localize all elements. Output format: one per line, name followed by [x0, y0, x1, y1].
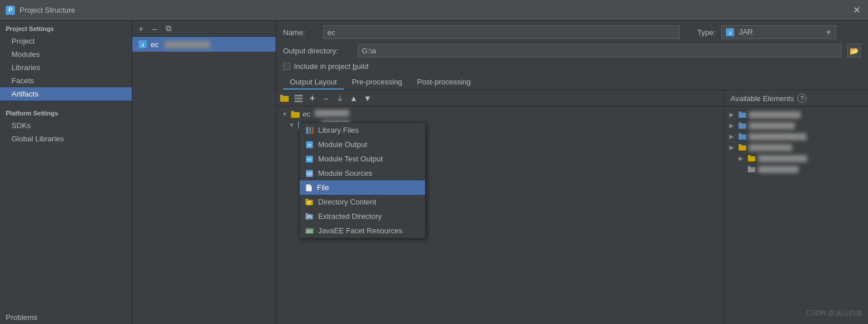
tree-up-btn[interactable]: ▲	[347, 92, 360, 105]
tab-output-layout[interactable]: Output Layout	[283, 75, 344, 90]
avail-item-6[interactable]: ▶	[725, 164, 868, 175]
artifact-name-blurred	[165, 41, 211, 48]
avail-item-1[interactable]: ▶	[725, 109, 868, 120]
svg-rect-42	[748, 156, 755, 161]
svg-rect-36	[739, 124, 746, 129]
svg-rect-10	[291, 112, 300, 118]
dropdown-item-module-sources[interactable]: MS Module Sources	[300, 166, 425, 180]
sidebar-item-sdks[interactable]: SDKs	[0, 119, 132, 132]
sidebar-item-global-libraries[interactable]: Global Libraries	[0, 132, 132, 145]
avail-folder-icon-5	[748, 155, 756, 162]
tree-folder-ec-icon	[291, 110, 300, 118]
avail-folder-icon-2	[739, 122, 747, 129]
main-container: Project Settings Project Modules Librari…	[0, 21, 868, 324]
sidebar: Project Settings Project Modules Librari…	[0, 21, 132, 324]
avail-label-6-blurred	[758, 166, 798, 173]
svg-rect-41	[739, 144, 741, 146]
avail-label-1-blurred	[749, 111, 801, 118]
svg-text:M: M	[308, 142, 312, 148]
tree-label-ec-blurred	[315, 110, 349, 117]
type-select[interactable]: J JAR ▼	[721, 25, 836, 39]
avail-arrow-4: ▶	[729, 144, 736, 151]
avail-item-3[interactable]: ▶	[725, 131, 868, 142]
platform-settings-header: Platform Settings	[0, 105, 132, 119]
avail-label-4-blurred	[749, 144, 792, 151]
remove-artifact-button[interactable]: –	[148, 22, 161, 35]
svg-rect-31	[305, 213, 308, 215]
output-dir-browse-button[interactable]: 📂	[847, 44, 861, 57]
svg-rect-18	[312, 127, 313, 134]
dropdown-item-directory-content[interactable]: Directory Content	[300, 195, 425, 209]
sidebar-item-libraries[interactable]: Libraries	[0, 61, 132, 74]
avail-item-2[interactable]: ▶	[725, 120, 868, 131]
help-icon[interactable]: ?	[797, 94, 806, 103]
svg-rect-34	[739, 113, 746, 118]
avail-label-3-blurred	[749, 133, 806, 140]
svg-rect-30	[305, 214, 313, 219]
dropdown-item-extracted-directory[interactable]: Extracted Directory	[300, 209, 425, 223]
tree-folder-btn[interactable]	[278, 92, 291, 105]
avail-label-5-blurred	[758, 155, 807, 162]
sidebar-item-artifacts[interactable]: Artifacts	[0, 87, 132, 101]
content-area: + – ▲ ▼ ▼	[276, 90, 868, 324]
avail-item-4[interactable]: ▶	[725, 142, 868, 153]
module-sources-icon: MS	[305, 169, 313, 178]
avail-arrow-3: ▶	[729, 133, 736, 140]
tree-panel: + – ▲ ▼ ▼	[276, 90, 724, 324]
tree-list-btn[interactable]	[292, 92, 305, 105]
sidebar-item-problems[interactable]: Problems	[0, 311, 132, 324]
svg-text:J: J	[729, 30, 731, 36]
svg-text:J: J	[142, 43, 144, 48]
svg-rect-7	[295, 95, 303, 97]
tree-add-btn[interactable]: +	[306, 92, 319, 105]
type-label: Type:	[697, 28, 716, 37]
sidebar-item-modules[interactable]: Modules	[0, 48, 132, 61]
dropdown-item-file[interactable]: File	[300, 180, 425, 195]
svg-rect-39	[739, 133, 741, 135]
add-artifact-button[interactable]: +	[135, 22, 147, 35]
tree-remove-btn[interactable]: –	[320, 92, 332, 105]
dropdown-item-library-files[interactable]: Library Files	[300, 123, 425, 137]
dropdown-item-module-output[interactable]: M Module Output	[300, 137, 425, 152]
svg-text:MT: MT	[307, 157, 313, 161]
directory-content-icon	[305, 198, 313, 206]
tab-pre-processing[interactable]: Pre-processing	[345, 75, 409, 90]
module-test-output-icon: MT	[305, 155, 313, 163]
tree-sort-btn[interactable]	[334, 92, 346, 105]
avail-arrow-1: ▶	[729, 111, 736, 118]
file-icon	[305, 184, 312, 192]
window-title: Project Structure	[20, 6, 75, 14]
svg-rect-38	[739, 134, 746, 140]
title-bar: P Project Structure ✕	[0, 0, 868, 21]
avail-folder-icon-3	[739, 133, 747, 140]
sidebar-item-facets[interactable]: Facets	[0, 74, 132, 87]
tree-arrow-co: ▼	[288, 121, 296, 129]
dropdown-item-module-test-output[interactable]: MT Module Test Output	[300, 152, 425, 166]
include-build-checkbox[interactable]	[283, 63, 290, 70]
dropdown-menu: Library Files M Module Output	[299, 122, 426, 238]
svg-rect-43	[748, 155, 751, 157]
type-value: J JAR	[725, 28, 753, 37]
copy-artifact-button[interactable]: ⧉	[162, 22, 175, 35]
tree-arrow-ec: ▼	[281, 110, 289, 118]
right-panel: Name: Type: J JAR ▼ Output directory:	[276, 21, 868, 324]
tree-down-btn[interactable]: ▼	[361, 92, 374, 105]
svg-rect-27	[307, 201, 311, 202]
tree-label-ec: ec	[303, 110, 349, 118]
close-button[interactable]: ✕	[851, 5, 862, 16]
available-panel: Available Elements ? ▶ ▶	[724, 90, 868, 324]
avail-folder-icon-6	[748, 165, 756, 173]
name-input[interactable]	[323, 25, 680, 39]
tab-post-processing[interactable]: Post-processing	[410, 75, 477, 90]
svg-text:JEE: JEE	[306, 229, 313, 233]
output-dir-row: Output directory: 📂	[283, 44, 861, 57]
sidebar-item-project[interactable]: Project	[0, 34, 132, 48]
artifact-list-item[interactable]: J ec	[132, 37, 276, 52]
svg-rect-29	[307, 204, 310, 205]
dropdown-item-javaee-facet[interactable]: JEE JavaEE Facet Resources	[300, 223, 425, 238]
app-icon: P	[6, 6, 15, 15]
output-dir-input[interactable]	[358, 44, 842, 57]
svg-rect-45	[748, 166, 751, 168]
tree-item-ec[interactable]: ▼ ec	[276, 109, 724, 119]
avail-item-5[interactable]: ▶	[725, 153, 868, 164]
